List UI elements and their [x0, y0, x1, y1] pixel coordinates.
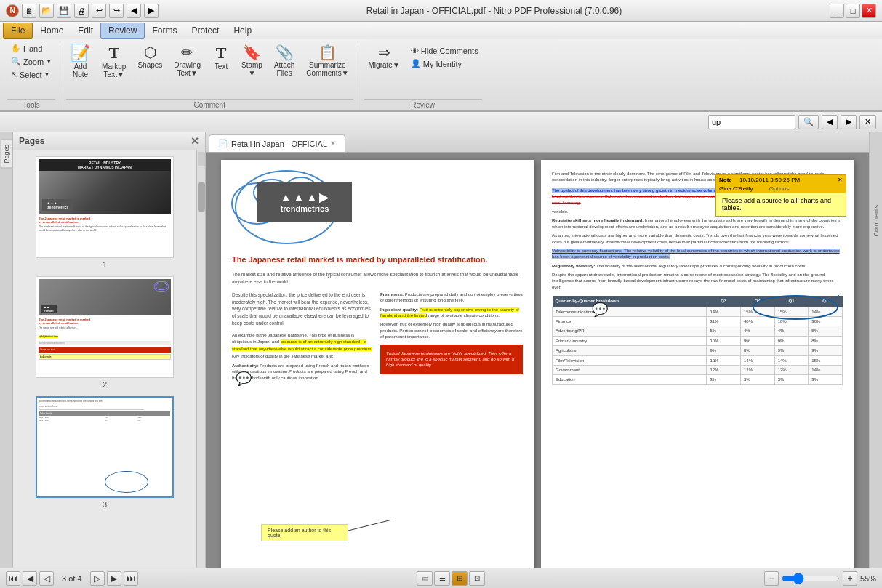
stamp-btn[interactable]: 🔖 Stamp▼ [237, 42, 267, 80]
prev-page-btn[interactable]: ◀ [23, 571, 37, 586]
note-author-bar: Gina O'Reilly Options [716, 185, 846, 193]
pages-tab[interactable]: Pages [1, 140, 12, 169]
add-note-btn[interactable]: 📝 AddNote [66, 42, 95, 81]
undo-btn[interactable]: ↩ [92, 4, 106, 18]
right-section2: Regulatory volatility: The volatility of… [552, 263, 843, 269]
select-dropdown-icon: ▼ [44, 71, 50, 78]
note-options-btn[interactable]: Options [769, 185, 790, 192]
text-btn[interactable]: T Text [208, 42, 234, 73]
migrate-btn[interactable]: ⇒ Migrate▼ [364, 42, 404, 72]
drawing-text-label: DrawingText▼ [174, 61, 201, 77]
close-btn[interactable]: ✕ [862, 4, 876, 18]
tools-group-label: Tools [7, 99, 55, 110]
doc-tab-close-btn[interactable]: ✕ [330, 140, 336, 148]
comments-tab-label[interactable]: Comments [873, 205, 880, 237]
sidebar-title: Pages [19, 136, 44, 146]
fit-page-btn[interactable]: ⊡ [469, 571, 485, 586]
search-button[interactable]: 🔍 [798, 115, 819, 129]
continuous-btn[interactable]: ☰ [434, 571, 450, 586]
next-btn[interactable]: ▷ [90, 571, 105, 586]
add-note-icon: 📝 [71, 45, 90, 61]
page-thumb-2[interactable]: ▲▲trendm The Japanese retail market is m… [19, 276, 191, 389]
page-num-1: 1 [19, 260, 191, 269]
zoom-in-btn[interactable]: + [843, 571, 857, 586]
row-edu-q1: 3% [774, 375, 809, 384]
my-identity-btn[interactable]: 👤 My Identity [407, 57, 482, 70]
left-col1-para: Despite this specialization, the price d… [232, 291, 374, 327]
single-page-btn[interactable]: ▭ [417, 571, 433, 586]
hand-icon: ✋ [11, 44, 21, 53]
first-page-btn[interactable]: ⏮ [6, 571, 20, 586]
sidebar-scrollbar[interactable] [196, 150, 205, 568]
title-bar: N 🗎 📂 💾 🖨 ↩ ↪ ◀ ▶ Retail in Japan - OFFI… [0, 0, 882, 22]
attach-files-btn[interactable]: 📎 AttachFiles [270, 42, 299, 80]
minimize-btn[interactable]: — [830, 4, 844, 18]
doc-area: 📄 Retail in Japan - OFFICIAL ✕ ▲▲▲▶ [206, 132, 869, 568]
markup-text-label: MarkupText▼ [102, 63, 126, 78]
row-edu-q2: 3% [809, 375, 843, 384]
row-finance-q3: 31% [707, 317, 741, 326]
row-gov-q4: 12% [741, 365, 775, 374]
right-edge-comments: Comments [869, 132, 882, 568]
menu-review[interactable]: Review [100, 23, 145, 39]
search-next-btn[interactable]: ▶ [841, 115, 857, 129]
menu-file[interactable]: File [3, 23, 33, 39]
redo-btn[interactable]: ↪ [109, 4, 124, 18]
save-btn[interactable]: 💾 [57, 4, 71, 18]
doc-scroll[interactable]: ▲▲▲▶ trendmetrics 💬 The Japanese retail … [206, 153, 869, 568]
doc-tab-main[interactable]: 📄 Retail in Japan - OFFICIAL ✕ [209, 134, 345, 152]
menu-home[interactable]: Home [33, 23, 71, 39]
page-thumb-3[interactable]: content text line content text line cont… [19, 396, 191, 509]
quote-box: Typical Japanese businesses are highly s… [380, 345, 523, 374]
markup-text-btn[interactable]: T MarkupText▼ [97, 42, 130, 81]
nav-controls: ⏮ ◀ ◁ 3 of 4 ▷ ▶ ⏭ [6, 571, 138, 586]
back-btn[interactable]: ◀ [127, 4, 141, 18]
drawing-text-btn[interactable]: ✏ DrawingText▼ [169, 42, 205, 80]
row-film-q3: 13% [707, 355, 741, 365]
row-film-q1: 14% [774, 355, 809, 365]
hand-tool-btn[interactable]: ✋ Hand [7, 42, 55, 55]
zoom-tool-btn[interactable]: 🔍 Zoom ▼ [7, 55, 55, 68]
page-thumb-1[interactable]: RETAIL INDUSTRYMARKET DYNAMICS IN JAPAN … [19, 156, 191, 269]
print-btn[interactable]: 🖨 [74, 4, 89, 18]
hide-comments-btn[interactable]: 👁 Hide Comments [407, 45, 482, 57]
sidebar-close-btn[interactable]: ✕ [191, 135, 199, 147]
search-prev-btn[interactable]: ◀ [822, 115, 838, 129]
para4-text: However, fruit of extremely high quality… [380, 321, 523, 339]
maximize-btn[interactable]: □ [846, 4, 860, 18]
row-finance-label: Finance [553, 317, 707, 326]
prev-btn[interactable]: ◁ [39, 571, 54, 586]
summarize-comments-btn[interactable]: 📋 SummarizeComments▼ [302, 42, 353, 80]
menu-help[interactable]: Help [226, 23, 259, 39]
row-telecom-label: Telecommunications [553, 307, 707, 316]
select-tool-btn[interactable]: ↖ Select ▼ [7, 68, 55, 81]
table-row: Education 3% 3% 3% 3% [553, 375, 843, 384]
new-btn[interactable]: 🗎 [22, 4, 36, 18]
forward-btn[interactable]: ▶ [144, 4, 159, 18]
menu-edit[interactable]: Edit [71, 23, 100, 39]
row-adpr-q3: 5% [707, 326, 741, 336]
next-page-btn[interactable]: ▶ [107, 571, 121, 586]
zoom-slider[interactable] [782, 573, 840, 584]
note-close-btn[interactable]: ✕ [838, 177, 843, 183]
page-num-2: 2 [19, 380, 191, 389]
shapes-btn[interactable]: ⬡ Shapes [133, 42, 167, 72]
note-popup: Note 10/10/2011 3:50:25 PM ✕ Gina O'Reil… [715, 174, 846, 217]
row-primary-q1: 9% [774, 336, 809, 345]
search-input[interactable] [708, 115, 795, 129]
review-group-label: Review [364, 99, 482, 110]
doc-tabs: 📄 Retail in Japan - OFFICIAL ✕ [206, 132, 869, 153]
row-gov-label: Government [553, 365, 707, 374]
zoom-out-btn[interactable]: − [764, 571, 779, 586]
menu-forms[interactable]: Forms [145, 23, 184, 39]
open-btn[interactable]: 📂 [39, 4, 54, 18]
ribbon-group-comment: 📝 AddNote T MarkupText▼ ⬡ Shapes ✏ Drawi… [62, 42, 358, 110]
ribbon-group-tools: ✋ Hand 🔍 Zoom ▼ ↖ Select ▼ Tools [3, 42, 60, 110]
last-page-btn[interactable]: ⏭ [124, 571, 138, 586]
doc-icon: 📄 [218, 139, 228, 148]
two-page-btn[interactable]: ⊞ [452, 571, 468, 586]
comment-icon-left: 💬 [236, 371, 252, 387]
search-close-btn[interactable]: ✕ [859, 115, 876, 129]
migrate-icon: ⇒ [378, 45, 390, 60]
menu-protect[interactable]: Protect [184, 23, 226, 39]
